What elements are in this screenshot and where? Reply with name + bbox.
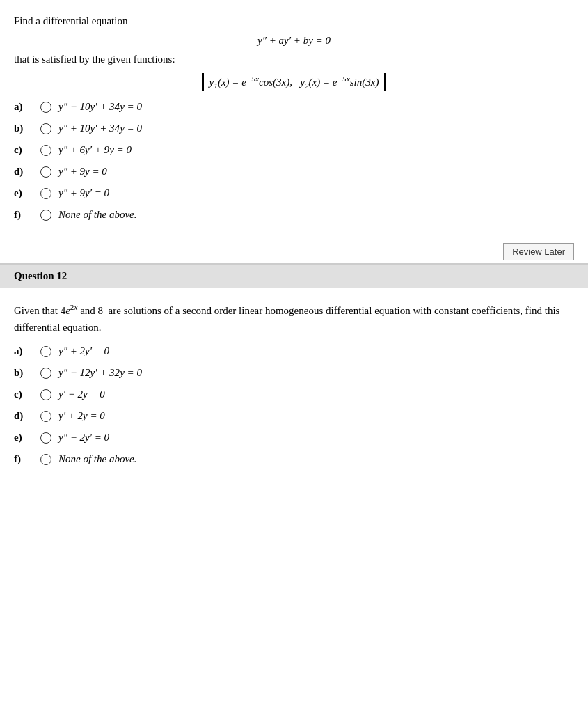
q11-option-f: f) None of the above.: [14, 209, 574, 221]
q11-option-c: c) y″ + 6y′ + 9y = 0: [14, 144, 574, 156]
q12-option-d: d) y′ + 2y = 0: [14, 410, 574, 422]
q11-given-label: that is satisfied by the given functions…: [14, 51, 574, 68]
q12-option-e: e) y″ − 2y′ = 0: [14, 432, 574, 444]
q12-radio-c[interactable]: [40, 389, 51, 400]
q12-radio-e[interactable]: [40, 432, 51, 444]
q12-option-c: c) y′ − 2y = 0: [14, 389, 574, 400]
q11-main-equation: y″ + ay′ + by = 0: [14, 35, 574, 47]
q12-options: a) y″ + 2y′ = 0 b) y″ − 12y′ + 32y = 0 c…: [14, 345, 574, 465]
q11-radio-f[interactable]: [40, 210, 51, 221]
q12-header: Question 12: [0, 264, 588, 288]
q12-radio-b[interactable]: [40, 368, 51, 379]
q12-option-b: b) y″ − 12y′ + 32y = 0: [14, 367, 574, 379]
q11-intro: Find a differential equation: [14, 13, 574, 29]
q11-option-d: d) y″ + 9y = 0: [14, 166, 574, 178]
review-later-container: Review Later: [0, 237, 588, 263]
q11-option-b: b) y″ + 10y′ + 34y = 0: [14, 123, 574, 134]
q12-option-f: f) None of the above.: [14, 453, 574, 465]
q12-header-label: Question 12: [14, 270, 67, 281]
review-later-button[interactable]: Review Later: [503, 243, 574, 260]
q11-option-e: e) y″ + 9y′ = 0: [14, 187, 574, 199]
q12-option-a: a) y″ + 2y′ = 0: [14, 345, 574, 357]
q11-options: a) y″ − 10y′ + 34y = 0 b) y″ + 10y′ + 34…: [14, 101, 574, 221]
q12-radio-d[interactable]: [40, 411, 51, 422]
q11-radio-b[interactable]: [40, 123, 51, 134]
q11-radio-c[interactable]: [40, 145, 51, 156]
question11-block: Find a differential equation y″ + ay′ + …: [0, 0, 588, 237]
q12-intro: Given that 4e2x and 8 are solutions of a…: [14, 301, 574, 336]
q11-radio-d[interactable]: [40, 166, 51, 178]
q12-radio-a[interactable]: [40, 346, 51, 357]
q11-radio-e[interactable]: [40, 188, 51, 199]
q12-radio-f[interactable]: [40, 454, 51, 465]
question12-block: Given that 4e2x and 8 are solutions of a…: [0, 288, 588, 482]
q11-option-a: a) y″ − 10y′ + 34y = 0: [14, 101, 574, 113]
q11-given-functions: y1(x) = e−5xcos(3x), y2(x) = e−5xsin(3x): [14, 73, 574, 91]
q11-radio-a[interactable]: [40, 102, 51, 113]
